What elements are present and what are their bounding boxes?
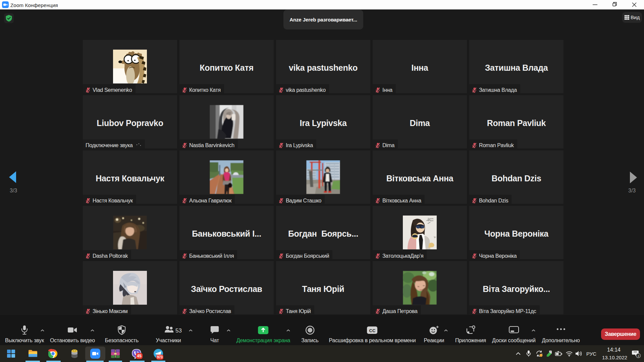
svg-text:Вітарик: Вітарик — [428, 220, 434, 222]
svg-text:2: 2 — [638, 354, 639, 358]
svg-text:CC: CC — [369, 328, 376, 333]
